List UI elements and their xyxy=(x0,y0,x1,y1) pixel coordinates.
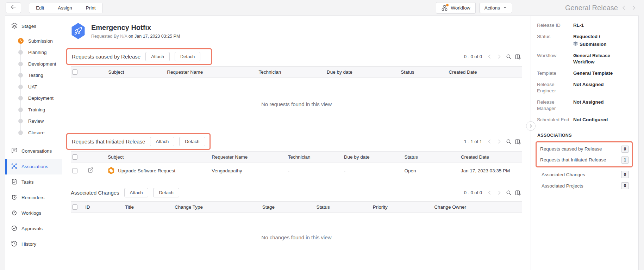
select-all-checkbox[interactable] xyxy=(72,69,77,75)
stage-item-uat[interactable]: UAT xyxy=(5,81,62,93)
column-header[interactable]: Created Date xyxy=(459,152,522,162)
pagination-range: 0 - 0 of 0 xyxy=(464,54,482,59)
column-header[interactable]: Status xyxy=(315,202,371,213)
search-icon[interactable] xyxy=(505,138,512,145)
requests-initiated-table: Subject Requester Name Technician Due by… xyxy=(71,151,522,179)
request-subject-link[interactable]: Upgrade Software Request xyxy=(118,168,175,173)
stage-item-deployment[interactable]: Deployment xyxy=(5,93,62,104)
panel-collapse-button[interactable] xyxy=(526,121,536,131)
column-header[interactable]: Subject xyxy=(106,152,210,162)
assoc-link-associated-changes[interactable]: Associated Changes 0 xyxy=(542,169,629,180)
next-page-icon[interactable] xyxy=(495,138,502,145)
count-badge[interactable]: 0 xyxy=(621,171,629,178)
attach-button[interactable]: Attach xyxy=(124,188,149,197)
stage-item-training[interactable]: Training xyxy=(5,104,62,116)
previous-page-icon[interactable] xyxy=(486,53,493,60)
stage-current-clock-icon xyxy=(18,38,24,44)
sidebar-item-stages[interactable]: Stages xyxy=(5,19,62,33)
print-button[interactable]: Print xyxy=(79,3,102,13)
table-header-row: ID Title Change Type Stage Status Priori… xyxy=(71,202,522,213)
next-record-icon[interactable] xyxy=(630,4,638,12)
approvals-icon xyxy=(11,225,18,233)
column-header[interactable]: Due by date xyxy=(325,67,399,78)
column-header[interactable]: ID xyxy=(84,202,124,213)
stage-pending-dot xyxy=(18,119,23,123)
sidebar-item-worklogs[interactable]: Worklogs xyxy=(5,205,62,221)
release-header: Emergency Hotfix Requested By N/A on Jan… xyxy=(71,23,522,39)
count-badge[interactable]: 0 xyxy=(621,182,629,189)
select-all-checkbox[interactable] xyxy=(72,204,77,210)
column-settings-icon[interactable] xyxy=(514,53,521,60)
column-header[interactable]: Stage xyxy=(261,202,315,213)
stage-item-testing[interactable]: Testing xyxy=(5,70,62,81)
row-checkbox[interactable] xyxy=(72,168,77,173)
column-header[interactable]: Priority xyxy=(371,202,433,213)
column-header[interactable]: Change Owner xyxy=(433,202,522,213)
count-badge[interactable]: 0 xyxy=(621,146,629,153)
stage-item-development[interactable]: Development xyxy=(5,58,62,70)
stage-item-review[interactable]: Review xyxy=(5,116,62,127)
column-settings-icon[interactable] xyxy=(514,138,521,145)
sidebar-item-reminders[interactable]: Reminders xyxy=(5,190,62,205)
stage-item-submission[interactable]: Submission xyxy=(5,35,62,47)
column-header[interactable]: Technician xyxy=(257,67,325,78)
previous-page-icon[interactable] xyxy=(486,138,493,145)
associations-section-title: ASSOCIATIONS xyxy=(537,128,633,141)
sidebar-item-approvals[interactable]: Approvals xyxy=(5,221,62,237)
sidebar-item-conversations[interactable]: Conversations xyxy=(5,143,62,159)
sidebar-item-history[interactable]: History xyxy=(5,237,62,252)
field-workflow: Workflow General Release Workflow xyxy=(537,53,633,65)
previous-record-icon[interactable] xyxy=(620,4,628,12)
back-button[interactable] xyxy=(6,2,21,13)
attach-button[interactable]: Attach xyxy=(150,137,174,146)
stage-item-planning[interactable]: Planning xyxy=(5,47,62,59)
column-header[interactable]: Title xyxy=(124,202,173,213)
column-header[interactable]: Status xyxy=(403,152,459,162)
request-row[interactable]: Upgrade Software Request Vengadapathy - … xyxy=(71,162,522,179)
column-header[interactable]: Requester Name xyxy=(165,67,257,78)
sidebar-item-associations[interactable]: Associations xyxy=(5,159,62,174)
column-header[interactable]: Technician xyxy=(287,152,343,162)
previous-page-icon[interactable] xyxy=(486,189,493,196)
field-release-engineer: Release Engineer Not Assigned xyxy=(537,81,633,94)
assign-button[interactable]: Assign xyxy=(51,3,79,13)
column-header[interactable]: Due by date xyxy=(343,152,403,162)
associations-list: Associated Changes 0 Associated Projects… xyxy=(537,168,633,191)
select-all-checkbox[interactable] xyxy=(72,154,77,160)
top-toolbar: Edit Assign Print Workflow Actions Gener… xyxy=(0,0,644,16)
stage-item-closure[interactable]: Closure xyxy=(5,127,62,139)
section-title-group: Associated Changes Attach Detach xyxy=(71,185,190,200)
history-icon xyxy=(11,240,18,248)
count-badge[interactable]: 1 xyxy=(621,157,629,164)
column-settings-icon[interactable] xyxy=(514,189,521,196)
next-page-icon[interactable] xyxy=(495,189,502,196)
field-template: Template General Template xyxy=(537,70,633,76)
open-in-new-icon[interactable] xyxy=(88,169,94,174)
stage-pending-dot xyxy=(18,96,23,100)
column-header[interactable]: Change Type xyxy=(173,202,261,213)
release-detail-page: Edit Assign Print Workflow Actions Gener… xyxy=(0,0,644,270)
edit-button[interactable]: Edit xyxy=(29,3,51,13)
actions-button[interactable]: Actions xyxy=(479,3,512,13)
column-header[interactable]: Requester Name xyxy=(210,152,287,162)
actions-button-label: Actions xyxy=(484,5,500,11)
search-icon[interactable] xyxy=(505,53,512,60)
column-header[interactable]: Created Date xyxy=(447,67,522,78)
assoc-link-requests-initiated[interactable]: Requests that Initiated Release 1 xyxy=(540,154,629,165)
detach-button[interactable]: Detach xyxy=(153,188,179,197)
column-header[interactable]: Subject xyxy=(107,67,166,78)
next-page-icon[interactable] xyxy=(495,53,502,60)
search-icon[interactable] xyxy=(505,189,512,196)
sidebar-item-tasks[interactable]: Tasks xyxy=(5,174,62,190)
column-header[interactable]: Status xyxy=(399,67,447,78)
layers-icon xyxy=(11,22,18,30)
workflow-button[interactable]: Workflow xyxy=(436,2,475,14)
record-type-title: General Release xyxy=(565,4,618,12)
status-cell: Open xyxy=(403,162,459,179)
assoc-link-requests-caused[interactable]: Requests caused by Release 0 xyxy=(540,143,629,154)
assoc-link-associated-projects[interactable]: Associated Projects 0 xyxy=(542,180,629,191)
attach-button[interactable]: Attach xyxy=(145,52,170,61)
detach-button[interactable]: Detach xyxy=(175,52,200,61)
field-release-id: Release ID RL-1 xyxy=(537,22,633,29)
detach-button[interactable]: Detach xyxy=(179,137,205,146)
